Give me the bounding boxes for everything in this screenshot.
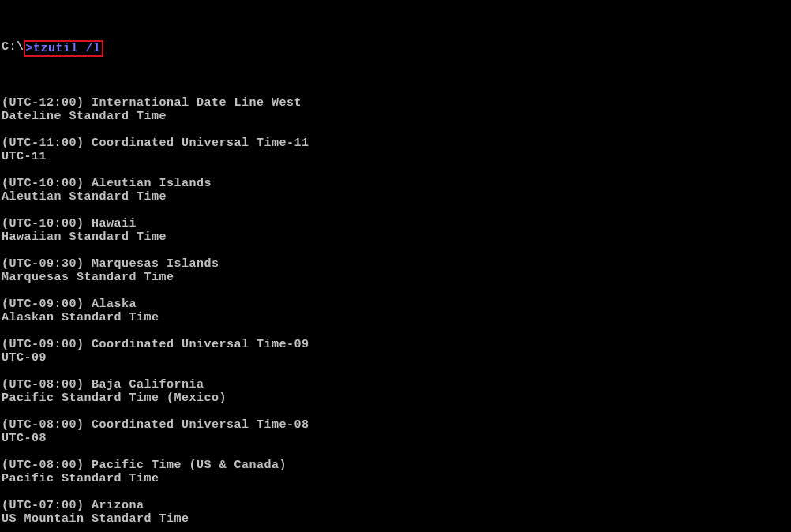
timezone-entry: (UTC-10:00) Aleutian IslandsAleutian Sta… [0,177,791,204]
command-highlight: >tzutil /l [24,40,103,57]
prompt-prefix: C:\ [0,40,24,54]
timezone-entry: (UTC-09:30) Marquesas IslandsMarquesas S… [0,257,791,284]
chevron-icon: > [26,42,34,55]
timezone-display-name: (UTC-09:30) Marquesas Islands [2,257,791,271]
timezone-display-name: (UTC-12:00) International Date Line West [2,96,791,110]
terminal-window[interactable]: C:\>tzutil /l (UTC-12:00) International … [0,0,791,532]
timezone-id: UTC-11 [2,150,791,163]
command-text: tzutil /l [33,42,101,55]
timezone-id: Aleutian Standard Time [2,190,791,204]
timezone-id: Alaskan Standard Time [2,311,791,324]
command-prompt-line: C:\>tzutil /l [0,40,791,57]
timezone-display-name: (UTC-09:00) Coordinated Universal Time-0… [2,338,791,351]
timezone-display-name: (UTC-07:00) Arizona [2,499,791,512]
timezone-id: UTC-08 [2,432,791,445]
timezone-entry: (UTC-08:00) Pacific Time (US & Canada)Pa… [0,459,791,485]
timezone-entry: (UTC-09:00) Coordinated Universal Time-0… [0,338,791,365]
timezone-id: Marquesas Standard Time [2,271,791,284]
timezone-display-name: (UTC-08:00) Pacific Time (US & Canada) [2,459,791,472]
timezone-display-name: (UTC-09:00) Alaska [2,298,791,311]
timezone-entry: (UTC-11:00) Coordinated Universal Time-1… [0,137,791,163]
timezone-output: (UTC-12:00) International Date Line West… [0,96,791,532]
timezone-display-name: (UTC-10:00) Hawaii [2,217,791,230]
timezone-id: Pacific Standard Time [2,472,791,485]
timezone-entry: (UTC-07:00) ArizonaUS Mountain Standard … [0,499,791,526]
timezone-display-name: (UTC-08:00) Baja California [2,378,791,392]
timezone-id: US Mountain Standard Time [2,512,791,526]
timezone-display-name: (UTC-10:00) Aleutian Islands [2,177,791,190]
timezone-entry: (UTC-09:00) AlaskaAlaskan Standard Time [0,298,791,324]
timezone-id: Hawaiian Standard Time [2,230,791,244]
timezone-entry: (UTC-08:00) Baja CaliforniaPacific Stand… [0,378,791,405]
timezone-entry: (UTC-08:00) Coordinated Universal Time-0… [0,418,791,445]
timezone-id: UTC-09 [2,351,791,365]
timezone-entry: (UTC-12:00) International Date Line West… [0,96,791,123]
timezone-id: Pacific Standard Time (Mexico) [2,392,791,405]
timezone-display-name: (UTC-11:00) Coordinated Universal Time-1… [2,137,791,150]
timezone-id: Dateline Standard Time [2,110,791,123]
timezone-display-name: (UTC-08:00) Coordinated Universal Time-0… [2,418,791,432]
timezone-entry: (UTC-10:00) HawaiiHawaiian Standard Time [0,217,791,244]
